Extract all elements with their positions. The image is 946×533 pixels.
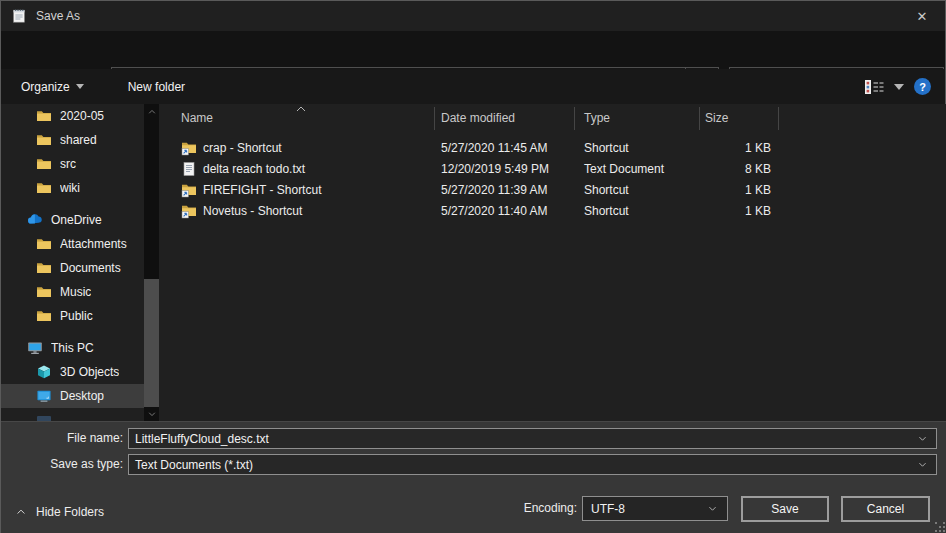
shortcut-folder-icon [181,182,197,198]
folder-icon [36,284,52,300]
file-type: Shortcut [574,141,699,155]
column-header-type[interactable]: Type [584,104,610,131]
title-bar[interactable]: Save As ✕ [1,1,945,31]
sidebar-item-music[interactable]: Music [1,280,144,304]
column-divider[interactable] [778,107,779,130]
sidebar-item-label: src [60,157,76,171]
column-header-date-modified[interactable]: Date modified [441,104,515,131]
file-date: 5/27/2020 11:39 AM [434,183,574,197]
scroll-up-button[interactable] [144,104,159,119]
sidebar-item-label: Desktop [60,389,104,403]
file-name: crap - Shortcut [203,141,282,155]
sidebar-item-wiki[interactable]: wiki [1,176,144,200]
organize-button[interactable]: Organize [11,69,94,104]
file-name: delta reach todo.txt [203,162,305,176]
sidebar-item-label: 2020-05 [60,109,104,123]
file-name-input[interactable] [129,429,917,448]
encoding-select[interactable]: UTF-8 [582,496,728,521]
save-as-type-label: Save as type: [1,454,123,475]
file-name: Novetus - Shortcut [203,204,302,218]
column-divider[interactable] [434,107,435,130]
save-button[interactable]: Save [741,496,829,522]
desktop-monitor-icon [36,388,52,404]
file-date: 12/20/2019 5:49 PM [434,162,574,176]
dialog-footer-panel: File name: Save as type: Text Documents … [1,421,946,533]
cancel-button[interactable]: Cancel [841,496,930,522]
file-name-combo[interactable] [128,428,937,449]
question-mark-icon: ? [919,81,926,93]
text-document-icon [181,161,197,177]
column-header-size[interactable]: Size [705,104,728,131]
chevron-up-icon [15,506,27,518]
navigation-pane: 2020-05 shared src wiki OneDrive Attachm… [1,104,166,421]
chevron-up-icon [147,107,157,117]
help-button[interactable]: ? [914,78,931,95]
column-header-name[interactable]: Name [181,104,213,131]
column-divider[interactable] [574,107,575,130]
new-folder-button[interactable]: New folder [118,69,195,104]
3d-cube-icon [36,364,52,380]
folder-icon [36,308,52,324]
sidebar-item-label: Documents [60,261,121,275]
folder-icon [36,236,52,252]
change-view-button[interactable] [864,79,904,95]
file-row-firefight-shortcut[interactable]: FIREFIGHT - Shortcut 5/27/2020 11:39 AM … [166,179,946,200]
folder-icon [36,180,52,196]
sidebar-item-label: Music [60,285,91,299]
shortcut-folder-icon [181,140,197,156]
file-name: FIREFIGHT - Shortcut [203,183,321,197]
file-row-novetus-shortcut[interactable]: Novetus - Shortcut 5/27/2020 11:40 AM Sh… [166,200,946,221]
resize-grip[interactable] [935,522,945,532]
folder-icon [36,260,52,276]
file-list: Name Date modified Type Size crap - Shor… [166,104,946,421]
sidebar-item-label: Attachments [60,237,127,251]
new-folder-label: New folder [128,80,185,94]
sidebar-item-src[interactable]: src [1,152,144,176]
navigation-bar: This PC Desktop [1,31,945,69]
chevron-down-icon [917,433,928,444]
file-row-crap-shortcut[interactable]: crap - Shortcut 5/27/2020 11:45 AM Short… [166,137,946,158]
sidebar-item-label: shared [60,133,97,147]
sidebar-item-documents[interactable]: Documents [1,256,144,280]
file-row-delta-reach-todo[interactable]: delta reach todo.txt 12/20/2019 5:49 PM … [166,158,946,179]
organize-label: Organize [21,80,70,94]
scrollbar-thumb[interactable] [144,279,159,407]
sidebar-item-onedrive[interactable]: OneDrive [1,208,144,232]
sidebar-item-public[interactable]: Public [1,304,144,328]
this-pc-icon [27,340,43,356]
sidebar-item-desktop[interactable]: Desktop [1,384,144,408]
sidebar-item-label: Public [60,309,93,323]
sidebar-item-this-pc[interactable]: This PC [1,336,144,360]
command-toolbar: Organize New folder ? [1,69,945,104]
encoding-value: UTF-8 [583,502,707,516]
file-size: 1 KB [699,204,778,218]
file-date: 5/27/2020 11:40 AM [434,204,574,218]
file-size: 8 KB [699,162,778,176]
sidebar-item-label: OneDrive [51,213,102,227]
hide-folders-button[interactable]: Hide Folders [9,499,110,525]
folder-icon [36,108,52,124]
save-as-type-select[interactable]: Text Documents (*.txt) [128,454,937,475]
encoding-label: Encoding: [441,496,577,521]
file-size: 1 KB [699,183,778,197]
folder-icon [36,132,52,148]
sidebar-item-3d-objects[interactable]: 3D Objects [1,360,144,384]
scroll-down-button[interactable] [144,406,159,421]
close-button[interactable]: ✕ [899,1,945,31]
chevron-down-icon [147,409,157,419]
notepad-app-icon [11,8,27,24]
file-type: Shortcut [574,204,699,218]
column-divider[interactable] [699,107,700,130]
sidebar-item-attachments[interactable]: Attachments [1,232,144,256]
file-date: 5/27/2020 11:45 AM [434,141,574,155]
clipped-item-icon [36,412,52,421]
sidebar-item-2020-05[interactable]: 2020-05 [1,104,144,128]
sidebar-item-shared[interactable]: shared [1,128,144,152]
file-type: Shortcut [574,183,699,197]
sidebar-item-partial[interactable] [1,408,144,421]
window-title: Save As [36,9,80,23]
dropdown-triangle-icon [76,84,84,89]
details-view-icon [864,79,886,95]
sidebar-scrollbar[interactable] [144,104,159,421]
close-icon: ✕ [917,9,928,24]
